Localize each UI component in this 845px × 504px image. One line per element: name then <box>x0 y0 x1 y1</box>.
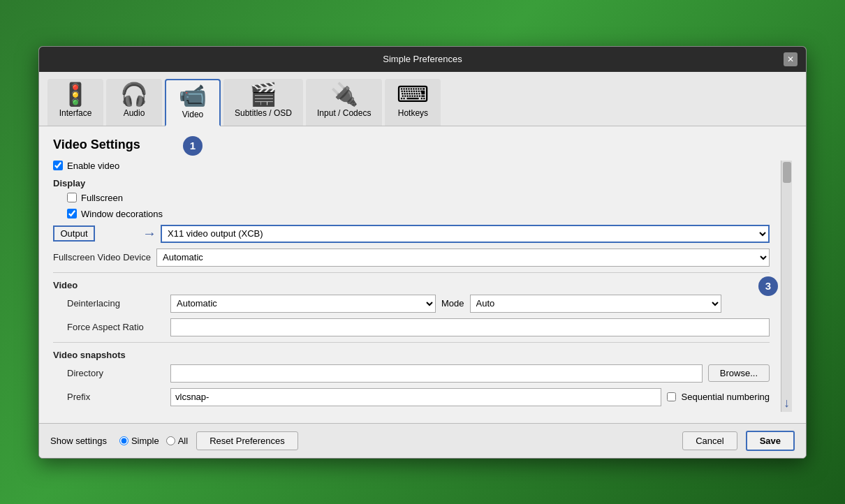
tab-hotkeys-label: Hotkeys <box>398 108 428 118</box>
directory-row: Directory Browse... <box>53 364 770 383</box>
settings-mode-radio-group: Simple All <box>119 436 188 446</box>
fullscreen-row: Fullscreen <box>67 193 770 203</box>
enable-video-row: Enable video <box>53 161 770 171</box>
output-select[interactable]: X11 video output (XCB) OpenGL DirectFB N… <box>161 225 770 243</box>
fullscreen-device-row: Fullscreen Video Device Automatic <box>53 249 770 267</box>
section-title: Video Settings <box>53 138 792 152</box>
fullscreen-checkbox[interactable] <box>67 193 77 202</box>
all-label: All <box>178 436 188 446</box>
titlebar: Simple Preferences ✕ <box>39 47 806 72</box>
fullscreen-device-label: Fullscreen Video Device <box>53 252 151 262</box>
sequential-numbering-checkbox[interactable] <box>667 392 676 401</box>
output-row: Output 2 → X11 video output (XCB) OpenGL… <box>53 225 770 243</box>
bottom-bar: Show settings Simple All Reset Preferenc… <box>39 423 806 458</box>
hotkeys-icon: ⌨ <box>397 83 429 105</box>
deinterlacing-label: Deinterlacing <box>67 298 165 309</box>
scroll-down-arrow: ↓ <box>781 396 792 412</box>
save-button[interactable]: Save <box>746 431 795 451</box>
tab-video-label: Video <box>182 110 203 119</box>
tab-subtitles[interactable]: 🎬 Subtitles / OSD <box>223 79 303 126</box>
cancel-button[interactable]: Cancel <box>682 431 737 450</box>
arrow-2: → <box>142 225 156 242</box>
tab-video[interactable]: 📹 Video 1 <box>165 79 221 126</box>
directory-label: Directory <box>67 368 165 378</box>
tab-input-label: Input / Codecs <box>317 108 371 118</box>
annotation-bubble-3: 3 <box>758 276 778 296</box>
tab-subtitles-label: Subtitles / OSD <box>235 108 292 118</box>
fullscreen-device-select[interactable]: Automatic <box>156 249 770 267</box>
deinterlacing-row: Deinterlacing Automatic Off Blend Bob Mo… <box>53 295 770 313</box>
mode-label: Mode <box>441 298 464 309</box>
window-decorations-row: Window decorations <box>67 209 770 219</box>
simple-radio[interactable] <box>119 436 128 445</box>
video-subsection-label: Video <box>53 280 770 290</box>
all-radio-row: All <box>166 436 188 446</box>
prefix-row: Prefix Sequential numbering <box>53 388 770 406</box>
video-snapshots-label: Video snapshots <box>53 350 770 360</box>
tab-audio[interactable]: 🎧 Audio <box>106 79 162 126</box>
display-label: Display <box>53 178 770 188</box>
simple-label: Simple <box>131 436 159 446</box>
browse-button[interactable]: Browse... <box>708 364 770 382</box>
tab-audio-label: Audio <box>124 108 145 118</box>
enable-video-label: Enable video <box>67 161 119 171</box>
input-icon: 🔌 <box>330 83 358 105</box>
reset-preferences-button[interactable]: Reset Preferences <box>196 431 298 450</box>
simple-preferences-dialog: Simple Preferences ✕ 🚦 Interface 🎧 Audio… <box>38 46 807 459</box>
force-aspect-ratio-label: Force Aspect Ratio <box>67 322 165 332</box>
separator-2 <box>53 342 770 343</box>
scrollbar[interactable]: 3 ↓ <box>781 161 792 412</box>
window-decorations-checkbox[interactable] <box>67 209 77 218</box>
content-area: Video Settings Enable video Display Full… <box>39 126 806 423</box>
tab-bar: 🚦 Interface 🎧 Audio 📹 Video 1 🎬 Subtitle… <box>39 72 806 126</box>
sequential-numbering-label: Sequential numbering <box>682 392 770 402</box>
audio-icon: 🎧 <box>120 83 148 105</box>
window-decorations-label: Window decorations <box>81 209 163 219</box>
directory-input[interactable] <box>170 364 703 383</box>
force-aspect-ratio-row: Force Aspect Ratio <box>53 318 770 336</box>
close-button[interactable]: ✕ <box>784 52 798 66</box>
show-settings-label: Show settings <box>50 436 107 446</box>
deinterlacing-select[interactable]: Automatic Off Blend Bob <box>170 295 436 313</box>
fullscreen-label: Fullscreen <box>81 193 123 203</box>
enable-video-checkbox[interactable] <box>53 161 63 170</box>
tab-input[interactable]: 🔌 Input / Codecs <box>306 79 382 126</box>
annotation-bubble-1: 1 <box>183 136 203 156</box>
interface-icon: 🚦 <box>61 83 89 105</box>
settings-scroll-area: Enable video Display Fullscreen Window d… <box>53 161 781 412</box>
force-aspect-ratio-input[interactable] <box>170 318 770 336</box>
prefix-label: Prefix <box>67 392 165 402</box>
tab-interface[interactable]: 🚦 Interface <box>47 79 103 126</box>
dialog-title: Simple Preferences <box>61 54 784 64</box>
output-label: Output <box>53 225 95 242</box>
mode-select[interactable]: Auto Mean Bob <box>470 295 721 313</box>
subtitles-icon: 🎬 <box>249 83 277 105</box>
all-radio[interactable] <box>166 436 175 445</box>
separator-1 <box>53 272 770 273</box>
tab-hotkeys[interactable]: ⌨ Hotkeys <box>385 79 441 126</box>
prefix-input[interactable] <box>170 388 661 406</box>
video-icon: 📹 <box>179 84 207 107</box>
simple-radio-row: Simple <box>119 436 159 446</box>
tab-interface-label: Interface <box>59 108 92 118</box>
